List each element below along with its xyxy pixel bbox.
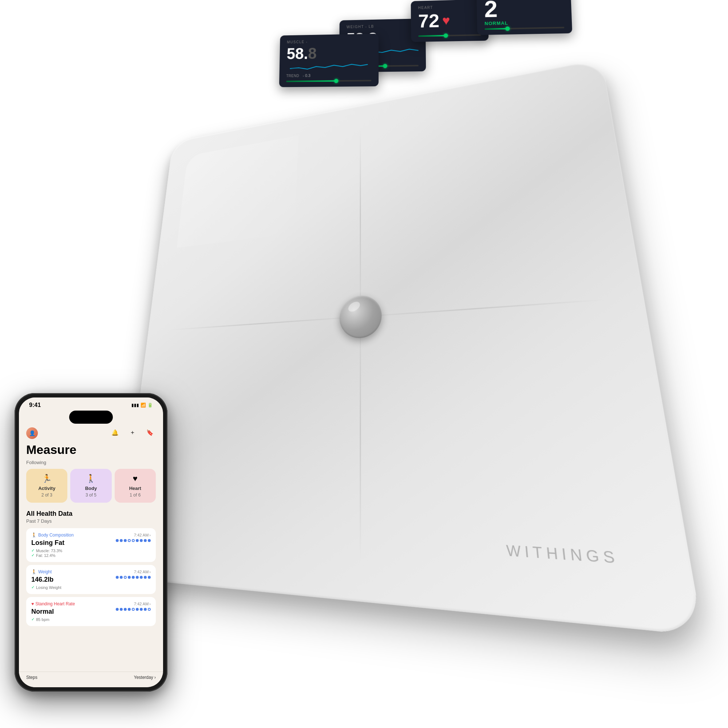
scale-center-knob (339, 294, 382, 339)
weight-chevron-icon: › (149, 570, 151, 574)
muscle-card: MUSCLE - 58. 8 TREND - 0.3 (279, 34, 379, 87)
bpm-detail: ✓ 85 bpm (31, 617, 54, 622)
activity-card[interactable]: 🏃 Activity 2 of 3 (26, 469, 67, 503)
body-comp-category: 🚶 Body Composition (31, 532, 73, 538)
body-composition-item[interactable]: 🚶 Body Composition 7:42 AM › Losing Fat … (26, 528, 156, 562)
muscle-chart (286, 60, 372, 73)
app-title: Measure (26, 443, 156, 457)
hr-chevron-icon: › (149, 602, 151, 606)
heart-follow-card[interactable]: ♥ Heart 1 of 6 (115, 469, 156, 503)
phone-screen: 9:41 ▮▮▮ 📶 🔋 👤 🔔 ＋ 🔖 (19, 398, 163, 687)
bookmark-icon[interactable]: 🔖 (144, 427, 156, 438)
signal-icon: ▮▮▮ (132, 402, 139, 408)
visceral-slider (485, 27, 564, 30)
period-label: Past 7 Days (26, 518, 156, 524)
status-time: 9:41 (29, 402, 41, 408)
heart-follow-icon: ♥ (133, 474, 138, 483)
notification-icon[interactable]: 🔔 (109, 427, 121, 438)
heart-slider (418, 34, 481, 37)
scale-brand-label: WITHINGS (506, 541, 620, 568)
bottom-bar: Steps Yesterday › (19, 671, 163, 687)
phone-mockup: 9:41 ▮▮▮ 📶 🔋 👤 🔔 ＋ 🔖 (15, 393, 167, 691)
heart-rate-item[interactable]: ♥ Standing Heart Rate 7:42 AM › Normal ✓… (26, 597, 156, 626)
body-label: Body (85, 486, 97, 491)
wifi-icon: 📶 (141, 402, 146, 408)
header-icons: 🔔 ＋ 🔖 (109, 425, 156, 441)
steps-label: Steps (26, 675, 37, 680)
body-comp-icon: 🚶 (31, 532, 37, 538)
all-health-title: All Health Data (26, 510, 156, 518)
steps-time: Yesterday › (134, 675, 156, 680)
activity-icon: 🏃 (42, 474, 52, 483)
heart-rate-time: 7:42 AM › (134, 602, 151, 606)
activity-label: Activity (38, 486, 55, 491)
visceral-status: NORMAL (485, 19, 564, 26)
status-bar: 9:41 ▮▮▮ 📶 🔋 (19, 398, 163, 411)
fat-detail: ✓ Fat: 12.4% (31, 553, 64, 558)
following-cards: 🏃 Activity 2 of 3 🚶 Body 3 of 5 ♥ Heart … (26, 469, 156, 503)
heart-rate-value: Normal (31, 608, 54, 616)
weight-category: 🚶 Weight (31, 569, 52, 574)
chevron-right-icon: › (149, 533, 151, 537)
visceral-fat-card: VISCERAL FAT 2 NORMAL (476, 0, 573, 35)
heart-value: 72 (418, 11, 439, 30)
heart-icon: ♥ (442, 14, 450, 27)
weight-card-label: WEIGHT - LB (347, 24, 418, 29)
heart-rate-category: ♥ Standing Heart Rate (31, 601, 75, 606)
body-comp-time: 7:42 AM › (134, 533, 151, 537)
muscle-detail: ✓ Muscle: 73.3% (31, 548, 64, 553)
phone-body: 9:41 ▮▮▮ 📶 🔋 👤 🔔 ＋ 🔖 (15, 393, 167, 691)
weight-chart (116, 576, 151, 579)
body-card[interactable]: 🚶 Body 3 of 5 (70, 469, 112, 503)
weight-value-display: 146.2lb (31, 576, 61, 583)
data-cards-area: MUSCLE - 58. 8 TREND - 0.3 WEIGH (167, 18, 609, 162)
following-label: Following (26, 460, 156, 465)
heart-rate-icon: ♥ (31, 601, 34, 606)
heart-count: 1 of 6 (130, 492, 141, 498)
body-comp-title: Losing Fat (31, 539, 64, 547)
steps-chevron-icon: › (154, 675, 156, 680)
status-icons: ▮▮▮ 📶 🔋 (132, 402, 153, 408)
add-icon[interactable]: ＋ (127, 427, 138, 438)
muscle-slider (286, 80, 371, 82)
body-icon: 🚶 (86, 474, 96, 483)
scale-line-vertical (359, 128, 361, 562)
activity-count: 2 of 3 (41, 492, 52, 498)
visceral-value: 2 (484, 0, 564, 21)
weight-icon: 🚶 (31, 569, 37, 574)
weight-item[interactable]: 🚶 Weight 7:42 AM › 146.2lb ✓ Losing Weig… (26, 565, 156, 594)
scale-line-horizontal (171, 299, 605, 330)
hr-chart (116, 608, 151, 611)
battery-icon: 🔋 (147, 402, 153, 408)
heart-card-label: HEART (418, 5, 480, 10)
muscle-card-value: 58. 8 (286, 45, 371, 61)
app-content: 👤 🔔 ＋ 🔖 Measure Following 🏃 Activity (19, 425, 163, 679)
body-count: 3 of 5 (86, 492, 96, 498)
weight-time: 7:42 AM › (134, 570, 151, 574)
heart-label: Heart (129, 486, 141, 491)
dynamic-island (69, 411, 113, 424)
muscle-card-label: MUSCLE - (287, 38, 371, 44)
body-comp-chart (116, 539, 151, 542)
weight-trend: ✓ Losing Weight (31, 585, 61, 590)
user-avatar[interactable]: 👤 (26, 427, 38, 439)
